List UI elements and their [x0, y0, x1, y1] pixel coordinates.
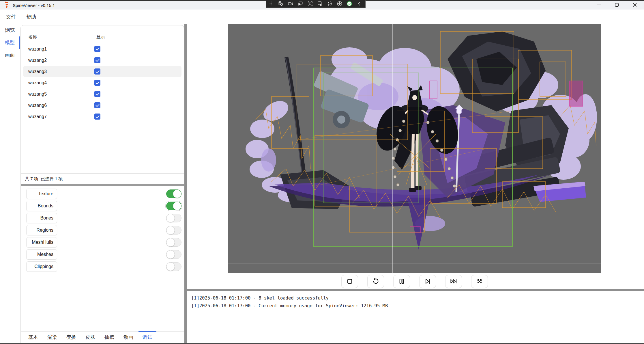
row-wuzang7[interactable]: wuzang7 [23, 111, 181, 122]
row-wuzang3[interactable]: wuzang3 [23, 66, 181, 77]
log-output[interactable]: [I]2025-06-18 01:17:00 - 8 skel loaded s… [187, 292, 644, 343]
sidebar-item-screen[interactable]: 画面 [0, 49, 19, 61]
row-wuzang5[interactable]: wuzang5 [23, 88, 181, 100]
visible-checkbox[interactable] [94, 114, 100, 120]
toggle-knob [166, 262, 175, 271]
toggle-switch[interactable] [166, 214, 181, 222]
close-button[interactable] [626, 0, 644, 10]
toggle-label: Texture [26, 189, 57, 199]
toggle-switch[interactable] [166, 226, 181, 235]
reset-button[interactable] [367, 275, 384, 288]
toggle-label: Clippings [26, 261, 57, 272]
row-wuzang6[interactable]: wuzang6 [23, 100, 181, 111]
toggle-switch[interactable] [166, 238, 181, 247]
toggle-meshes: Meshes [21, 248, 184, 261]
row-wuzang4[interactable]: wuzang4 [23, 77, 181, 88]
visible-checkbox[interactable] [94, 80, 100, 86]
fast-forward-button[interactable] [445, 275, 462, 288]
model-name: wuzang3 [23, 69, 93, 74]
toggle-bones: Bones [21, 212, 184, 224]
tab-debug[interactable]: 调试 [138, 332, 157, 343]
selection-status: 共 7 项, 已选择 1 项 [21, 173, 184, 184]
log-splitter[interactable] [187, 289, 644, 291]
select-window-icon[interactable] [296, 1, 305, 7]
column-header-name: 名称 [21, 34, 93, 40]
select-free-icon[interactable] [316, 1, 324, 7]
spine-render-canvas[interactable] [228, 24, 601, 273]
menu-help[interactable]: 帮助 [26, 14, 36, 20]
tab-slot[interactable]: 插槽 [100, 332, 119, 343]
toggle-label: Bounds [26, 201, 57, 211]
table-header: 名称 显示 [21, 31, 184, 43]
toggle-label: Meshes [26, 249, 57, 260]
stop-button[interactable] [341, 275, 358, 288]
sidebar-item-browse[interactable]: 浏览 [0, 24, 19, 36]
toggle-clippings: Clippings [21, 261, 184, 273]
row-wuzang2[interactable]: wuzang2 [23, 55, 181, 66]
panel-tab-bar: 基本渲染变换皮肤插槽动画调试 [21, 331, 184, 343]
app-window: SpineViewer - v0.15.1 文件帮助 浏览模型画面 名称 显示 … [0, 0, 644, 344]
tab-animation[interactable]: 动画 [119, 332, 138, 343]
toggle-regions: Regions [21, 224, 184, 236]
fullscreen-button[interactable] [471, 275, 488, 288]
toggle-label: MeshHulls [26, 237, 57, 248]
drag-handle-icon[interactable] [267, 1, 275, 7]
app-logo-icon [4, 1, 9, 10]
visible-checkbox[interactable] [94, 46, 100, 52]
visible-checkbox[interactable] [94, 57, 100, 63]
collapse-chevron-icon[interactable] [355, 1, 364, 7]
vertical-splitter[interactable] [184, 24, 187, 343]
model-name: wuzang4 [23, 80, 93, 85]
panel-splitter[interactable] [21, 184, 184, 186]
toggle-knob [166, 250, 175, 259]
log-line: [I]2025-06-18 01:17:00 - Current memory … [191, 302, 644, 310]
toggle-knob [166, 226, 175, 235]
tab-render[interactable]: 渲染 [43, 332, 62, 343]
tab-transform[interactable]: 变换 [62, 332, 81, 343]
model-panel: 名称 显示 wuzang1 wuzang2 wuzang3 wuzang4 wu… [20, 25, 184, 343]
capture-target-icon[interactable] [276, 1, 285, 7]
toggle-knob [173, 202, 181, 210]
toggle-label: Bones [26, 213, 57, 223]
row-wuzang1[interactable]: wuzang1 [23, 43, 181, 55]
visible-checkbox[interactable] [94, 102, 100, 108]
toggle-switch[interactable] [166, 262, 181, 271]
log-line: [I]2025-06-18 01:17:00 - 8 skel loaded s… [191, 294, 644, 302]
debug-toggle-list: Texture Bounds Bones Regions MeshHulls M… [21, 186, 184, 331]
tab-skin[interactable]: 皮肤 [81, 332, 100, 343]
minimize-button[interactable] [590, 0, 608, 10]
side-tab-strip: 浏览模型画面 [0, 24, 19, 343]
model-name: wuzang7 [23, 114, 93, 119]
visible-checkbox[interactable] [94, 68, 100, 75]
record-video-icon[interactable] [286, 1, 295, 7]
select-region-icon[interactable] [306, 1, 314, 7]
column-header-visible: 显示 [93, 34, 105, 40]
toggle-bounds: Bounds [21, 200, 184, 212]
pause-button[interactable] [393, 275, 410, 288]
confirm-check-icon[interactable] [345, 1, 354, 7]
accessibility-icon[interactable] [335, 1, 344, 7]
menu-bar: 文件帮助 [0, 10, 644, 24]
model-name: wuzang1 [23, 47, 93, 52]
playback-controls [228, 275, 601, 288]
window-title: SpineViewer - v0.15.1 [13, 2, 55, 9]
toggle-switch[interactable] [166, 189, 181, 198]
tab-basic[interactable]: 基本 [24, 332, 43, 343]
toggle-knob [166, 214, 175, 222]
toggle-meshhulls: MeshHulls [21, 236, 184, 248]
toggle-switch[interactable] [166, 250, 181, 259]
visible-checkbox[interactable] [94, 91, 100, 97]
toggle-knob [173, 189, 181, 198]
sidebar-item-model[interactable]: 模型 [0, 36, 19, 49]
model-table: 名称 显示 wuzang1 wuzang2 wuzang3 wuzang4 wu… [21, 25, 184, 173]
toggle-switch[interactable] [166, 202, 181, 210]
model-name: wuzang6 [23, 103, 93, 108]
settings-braces-icon[interactable] [325, 1, 334, 7]
toggle-texture: Texture [21, 188, 184, 200]
menu-file[interactable]: 文件 [6, 14, 16, 20]
model-name: wuzang2 [23, 58, 93, 63]
toggle-knob [166, 238, 175, 247]
maximize-button[interactable] [608, 0, 626, 10]
model-name: wuzang5 [23, 92, 93, 97]
step-forward-button[interactable] [419, 275, 436, 288]
